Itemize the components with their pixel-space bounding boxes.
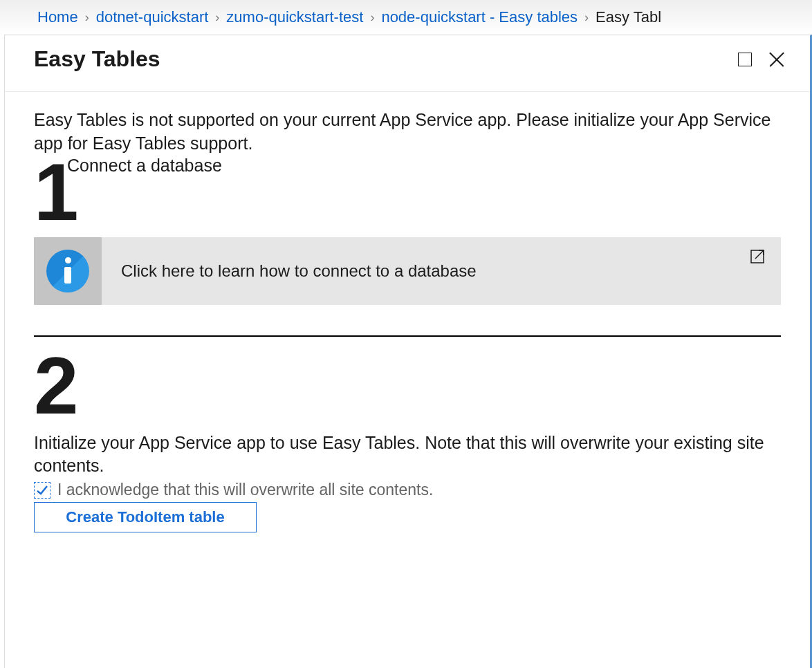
- blade-panel: Easy Tables Easy Tables is not supported…: [4, 35, 812, 668]
- blade-header: Easy Tables: [5, 35, 810, 92]
- step-number-2: 2: [34, 352, 781, 420]
- chevron-right-icon: ›: [215, 10, 219, 25]
- connect-database-info-bar[interactable]: Click here to learn how to connect to a …: [34, 237, 781, 305]
- breadcrumb: Home › dotnet-quickstart › zumo-quicksta…: [0, 0, 812, 35]
- info-bar-text: Click here to learn how to connect to a …: [102, 237, 781, 305]
- chevron-right-icon: ›: [584, 10, 589, 25]
- step-1: 1 Connect a database: [34, 158, 781, 227]
- chevron-right-icon: ›: [85, 10, 89, 25]
- section-divider: [34, 335, 781, 337]
- external-link-icon: [750, 248, 766, 263]
- svg-line-1: [755, 250, 764, 259]
- acknowledge-label: I acknowledge that this will overwrite a…: [57, 481, 433, 499]
- acknowledge-checkbox[interactable]: [34, 482, 50, 499]
- close-icon[interactable]: [768, 51, 785, 68]
- step-2: 2 Initialize your App Service app to use…: [34, 352, 781, 532]
- unsupported-message: Easy Tables is not supported on your cur…: [34, 109, 781, 156]
- breadcrumb-item-node[interactable]: node-quickstart - Easy tables: [381, 8, 578, 26]
- step-1-title: Connect a database: [67, 156, 222, 176]
- info-icon-container: [34, 237, 102, 305]
- breadcrumb-item-dotnet[interactable]: dotnet-quickstart: [96, 8, 209, 26]
- info-icon: [46, 250, 89, 293]
- page-title: Easy Tables: [34, 46, 160, 72]
- breadcrumb-item-zumo[interactable]: zumo-quickstart-test: [226, 8, 363, 26]
- step-2-description: Initialize your App Service app to use E…: [34, 432, 781, 479]
- create-todoitem-table-button[interactable]: Create TodoItem table: [34, 502, 257, 532]
- breadcrumb-home[interactable]: Home: [37, 8, 78, 26]
- breadcrumb-current: Easy Tabl: [596, 8, 661, 26]
- chevron-right-icon: ›: [370, 10, 374, 25]
- maximize-icon[interactable]: [738, 53, 752, 66]
